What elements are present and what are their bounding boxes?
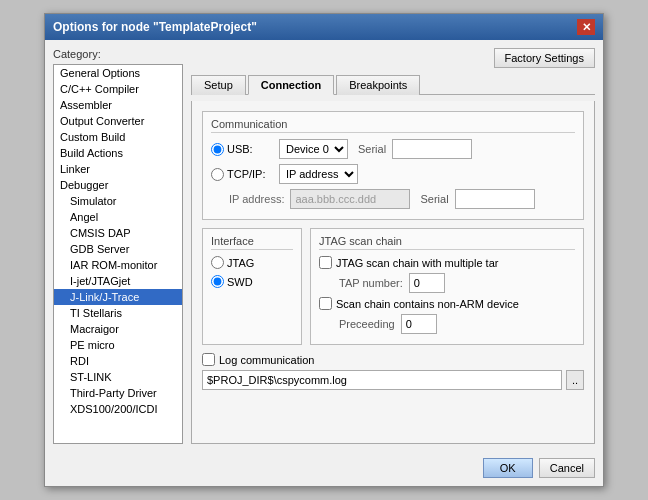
communication-label: Communication bbox=[211, 118, 575, 133]
sidebar-item[interactable]: C/C++ Compiler bbox=[54, 81, 182, 97]
ok-button[interactable]: OK bbox=[483, 458, 533, 478]
jtag-scan-checkbox[interactable] bbox=[319, 256, 332, 269]
close-button[interactable]: ✕ bbox=[577, 19, 595, 35]
interface-section: Interface JTAG SWD bbox=[202, 228, 302, 345]
browse-button[interactable]: .. bbox=[566, 370, 584, 390]
non-arm-checkbox[interactable] bbox=[319, 297, 332, 310]
non-arm-check-row: Scan chain contains non-ARM device bbox=[319, 297, 575, 310]
jtag-radio[interactable] bbox=[211, 256, 224, 269]
non-arm-label: Scan chain contains non-ARM device bbox=[336, 298, 519, 310]
sidebar-item[interactable]: Linker bbox=[54, 161, 182, 177]
log-row: Log communication bbox=[202, 353, 584, 366]
sidebar-item[interactable]: CMSIS DAP bbox=[54, 225, 182, 241]
tcpip-radio-label[interactable]: TCP/IP: bbox=[211, 168, 273, 181]
sidebar-item[interactable]: XDS100/200/ICDI bbox=[54, 401, 182, 417]
usb-radio-label[interactable]: USB: bbox=[211, 143, 273, 156]
sidebar: Category: General OptionsC/C++ CompilerA… bbox=[53, 48, 183, 444]
ip-address-row: IP address: Serial bbox=[211, 189, 575, 209]
jtag-scan-check-label: JTAG scan chain with multiple tar bbox=[336, 257, 498, 269]
factory-settings-row: Factory Settings bbox=[191, 48, 595, 68]
main-panel: Factory Settings SetupConnectionBreakpoi… bbox=[191, 48, 595, 444]
sidebar-item[interactable]: PE micro bbox=[54, 337, 182, 353]
sidebar-item[interactable]: IAR ROM-monitor bbox=[54, 257, 182, 273]
sidebar-item[interactable]: TI Stellaris bbox=[54, 305, 182, 321]
sidebar-item[interactable]: ST-LINK bbox=[54, 369, 182, 385]
tab-connection[interactable]: Connection bbox=[248, 75, 335, 95]
sidebar-item[interactable]: Third-Party Driver bbox=[54, 385, 182, 401]
log-input-row: .. bbox=[202, 370, 584, 390]
swd-radio-label[interactable]: SWD bbox=[211, 275, 293, 288]
sidebar-item[interactable]: I-jet/JTAGjet bbox=[54, 273, 182, 289]
sidebar-item[interactable]: Output Converter bbox=[54, 113, 182, 129]
tap-row: TAP number: bbox=[319, 273, 575, 293]
sidebar-item[interactable]: Simulator bbox=[54, 193, 182, 209]
jtag-label: JTAG bbox=[227, 257, 254, 269]
interface-jtag-row: Interface JTAG SWD JTAG scan chain bbox=[202, 228, 584, 345]
factory-settings-button[interactable]: Factory Settings bbox=[494, 48, 595, 68]
preceding-input[interactable] bbox=[401, 314, 437, 334]
dialog: Options for node "TemplateProject" ✕ Cat… bbox=[44, 13, 604, 487]
sidebar-item[interactable]: Debugger bbox=[54, 177, 182, 193]
dialog-title: Options for node "TemplateProject" bbox=[53, 20, 257, 34]
sidebar-item[interactable]: Assembler bbox=[54, 97, 182, 113]
tab-content: Communication USB: Device 0 Device 1 Dev… bbox=[191, 101, 595, 444]
usb-radio[interactable] bbox=[211, 143, 224, 156]
tcpip-radio[interactable] bbox=[211, 168, 224, 181]
tabs: SetupConnectionBreakpoints bbox=[191, 74, 595, 95]
swd-radio[interactable] bbox=[211, 275, 224, 288]
log-checkbox-label[interactable]: Log communication bbox=[202, 353, 314, 366]
swd-label: SWD bbox=[227, 276, 253, 288]
sidebar-item[interactable]: Custom Build bbox=[54, 129, 182, 145]
sidebar-item[interactable]: J-Link/J-Trace bbox=[54, 289, 182, 305]
jtag-radio-label[interactable]: JTAG bbox=[211, 256, 293, 269]
interface-label: Interface bbox=[211, 235, 293, 250]
serial-label2: Serial bbox=[420, 193, 448, 205]
communication-section: Communication USB: Device 0 Device 1 Dev… bbox=[202, 111, 584, 220]
serial-label1: Serial bbox=[358, 143, 386, 155]
tcpip-label: TCP/IP: bbox=[227, 168, 266, 180]
tcpip-row: TCP/IP: IP address Hostname bbox=[211, 164, 575, 184]
title-bar: Options for node "TemplateProject" ✕ bbox=[45, 14, 603, 40]
serial-input2[interactable] bbox=[455, 189, 535, 209]
log-label: Log communication bbox=[219, 354, 314, 366]
ip-address-input[interactable] bbox=[290, 189, 410, 209]
cancel-button[interactable]: Cancel bbox=[539, 458, 595, 478]
dialog-footer: OK Cancel bbox=[45, 452, 603, 486]
ip-address-label: IP address: bbox=[211, 193, 284, 205]
usb-label: USB: bbox=[227, 143, 253, 155]
preceding-label: Preceeding bbox=[339, 318, 395, 330]
log-checkbox[interactable] bbox=[202, 353, 215, 366]
usb-device-select[interactable]: Device 0 Device 1 Device 2 bbox=[279, 139, 348, 159]
jtag-scan-label: JTAG scan chain bbox=[319, 235, 575, 250]
sidebar-item[interactable]: RDI bbox=[54, 353, 182, 369]
tap-input[interactable] bbox=[409, 273, 445, 293]
category-label: Category: bbox=[53, 48, 183, 60]
tcpip-select[interactable]: IP address Hostname bbox=[279, 164, 358, 184]
tab-setup[interactable]: Setup bbox=[191, 75, 246, 95]
usb-row: USB: Device 0 Device 1 Device 2 Serial bbox=[211, 139, 575, 159]
jtag-scan-check-row: JTAG scan chain with multiple tar bbox=[319, 256, 575, 269]
sidebar-list: General OptionsC/C++ CompilerAssemblerOu… bbox=[53, 64, 183, 444]
sidebar-item[interactable]: Build Actions bbox=[54, 145, 182, 161]
log-path-input[interactable] bbox=[202, 370, 562, 390]
tab-breakpoints[interactable]: Breakpoints bbox=[336, 75, 420, 95]
serial-input1[interactable] bbox=[392, 139, 472, 159]
jtag-scan-section: JTAG scan chain JTAG scan chain with mul… bbox=[310, 228, 584, 345]
dialog-body: Category: General OptionsC/C++ CompilerA… bbox=[45, 40, 603, 452]
sidebar-item[interactable]: General Options bbox=[54, 65, 182, 81]
sidebar-item[interactable]: Angel bbox=[54, 209, 182, 225]
preceding-row: Preceeding bbox=[319, 314, 575, 334]
sidebar-item[interactable]: GDB Server bbox=[54, 241, 182, 257]
tap-label: TAP number: bbox=[339, 277, 403, 289]
sidebar-item[interactable]: Macraigor bbox=[54, 321, 182, 337]
